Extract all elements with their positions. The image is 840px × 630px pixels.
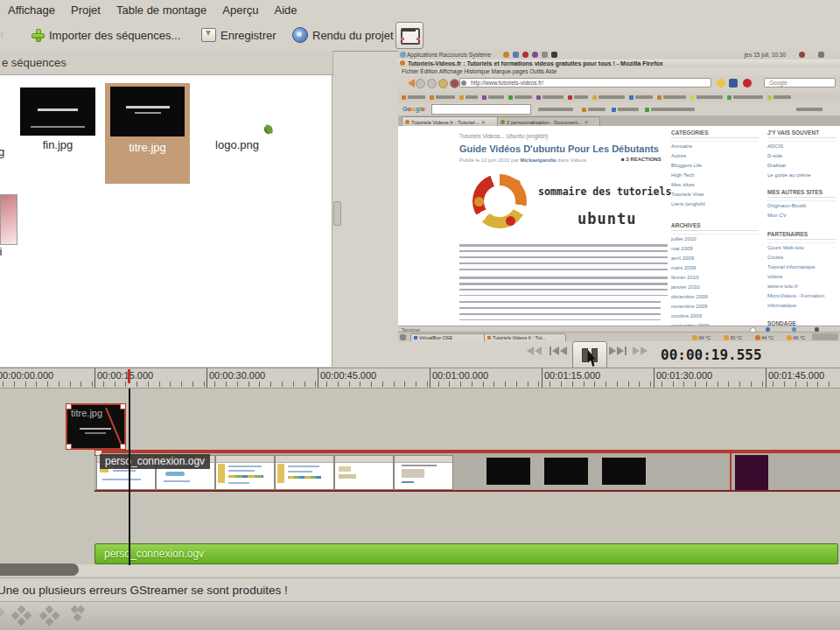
clip-handle-tr[interactable] [120,403,126,410]
screen-icon [401,28,420,45]
status-bar: Une ou plusieurs erreurs GStreamer se so… [0,578,840,602]
ubuntu-logo [472,174,527,228]
video-thumb-black-2 [544,458,588,485]
import-clips-label: Importer des séquences... [49,29,180,42]
banner-line-1: sommaire des tutoriels [538,186,671,198]
favicon [461,80,466,86]
menu-affichage[interactable]: Affichage [0,2,63,18]
browser-tab-2: 2 personnalisation - Document...✕ [497,116,600,126]
split-clip-button[interactable] [12,606,32,626]
video-thumb-black-1 [486,458,530,485]
firefox-navbar: http://www.tutoriels-videos.fr/ Google [398,75,840,93]
rewind-button[interactable] [527,346,542,355]
clip-item-titre-selected[interactable]: titre.jpg [105,83,190,184]
menu-aide[interactable]: Aide [267,2,305,18]
article-title: Guide Vidéos D'ubuntu Pour Les Débutants [459,144,659,154]
import-clips-button[interactable]: Importer des séquences... [26,23,186,47]
paragraph-placeholder [459,244,668,270]
timecode-display: 00:00:19.555 [661,346,762,363]
menu-table-de-montage[interactable]: Table de montage [108,2,214,18]
render-project-button[interactable]: Rendu du projet [287,23,399,47]
previous-button[interactable] [550,346,567,355]
firefox-titlebar: Tutoriels-Videos.fr : Tutoriels et forma… [398,60,840,67]
timeline-hscrollbar-thumb[interactable] [0,564,79,576]
gstreamer-error-message: Une ou plusieurs erreurs GStreamer se so… [0,584,288,597]
article-meta: Publié le 12 juin 2010 par Mickaelgandia… [459,158,586,163]
recorded-taskbar: VirtualBox OSE Tutoriels Videos fr : Tut… [398,332,840,341]
pink-thumbnail [0,194,18,245]
video-clip-label: perso_connexion.ogv [100,454,210,469]
preview-toggle-button[interactable] [396,22,424,49]
clip-handle-tl[interactable] [66,403,72,410]
banner-line-2: ubuntu [578,210,636,228]
sidebar-favorites: J'Y VAIS SOUVENT ADCIS D-side Draftsat L… [767,130,836,180]
toolbar-overflow-chevron: ‹ [0,28,9,42]
clip-library-title: e séquences [2,56,66,69]
menu-bar: Affichage Projet Table de montage Aperçu… [0,0,840,19]
page-breadcrumb: Tutoriels Videos... Ubuntu (english) [459,133,548,139]
video-thumb-black-3 [602,458,646,485]
fin-thumbnail [20,88,95,136]
add-icon [32,29,45,42]
fin-label: fin.jpg [20,138,95,151]
preview-video: Applications Raccourcis Système jeu 15 j… [398,50,840,341]
search-field: Google [764,78,836,88]
timeline-clip-audio[interactable]: perso_connexion.ogv [94,543,838,564]
playhead-line [129,388,130,565]
render-label: Rendu du projet [312,29,394,42]
pane-splitter[interactable] [333,201,341,226]
back-icon [403,79,415,88]
titre-thumbnail [110,87,185,136]
playhead-marker[interactable] [128,369,130,383]
group-clip-button[interactable] [68,606,84,626]
clip-partial-label[interactable]: g [0,145,4,158]
sidebar-partners: PARTENAIRES Cours Web-tuto Croisis Tutor… [767,231,836,311]
timeline-ruler[interactable]: 00:00:00.000 00:00:15.000 00:00:30.000 0… [0,368,840,388]
audio-clip-label: perso_connexion.ogv [104,548,204,560]
taskbar-window-1: VirtualBox OSE [410,333,486,341]
sidebar-categories: CATEGORIES Annuaire Autres Bloggers Life… [671,130,759,209]
timeline-hscrollbar[interactable] [0,564,840,577]
sidebar-archives: ARCHIVES juillet 2010 mai 2009 avril 200… [671,222,759,326]
menu-projet[interactable]: Projet [63,2,108,18]
clip-library-header: e séquences [0,51,333,75]
firefox-tabbar: Tutoriels Videos fr : Tutoriel...✕ 2 per… [398,116,840,126]
clip-handle-bl[interactable] [66,444,72,450]
reactions-badge: ■ 3 REACTIONS [621,157,662,162]
logo-label: logo.png [210,138,264,151]
save-label: Enregistrer [220,29,276,42]
webpage-content: Tutoriels Videos... Ubuntu (english) Gui… [398,126,840,326]
timeline-clip-video[interactable]: perso_connexion.ogv [94,450,840,492]
render-gear-icon [292,27,308,43]
browser-tab-1: Tutoriels Videos fr : Tutoriel...✕ [402,116,500,126]
fade-keyframe-line [67,405,124,448]
google-toolbar: Google [398,102,840,116]
logo-sprout-icon [264,124,273,133]
menu-apercu[interactable]: Aperçu [214,2,266,18]
pink-label: ti [0,245,3,258]
save-button[interactable]: Enregistrer [196,23,282,47]
video-thumb-purple [735,455,768,490]
firefox-menubar: Fichier Édition Affichage Historique Mar… [398,67,840,75]
url-field: http://www.tutoriels-videos.fr/ [459,78,711,88]
clip-library-list: g fin.jpg titre.jpg logo.png ti [0,75,332,367]
transport-controls: 00:00:19.555 [341,341,840,368]
timeline-area: titre.jpg [0,388,840,578]
sidebar-my-sites: MES AUTRES SITES Originaux-Boutik Mon CV [767,189,836,220]
timeline-toolbar [0,601,840,630]
fast-forward-button[interactable] [633,346,648,355]
taskbar-window-2: Tutoriels Videos fr : Tut... [484,333,566,341]
pitivi-window: Affichage Projet Table de montage Aperçu… [0,0,840,630]
timeline-clip-titre[interactable]: titre.jpg [66,403,126,450]
titre-label: titre.jpg [105,141,190,154]
next-button[interactable] [609,346,626,355]
clip-handle-br[interactable] [120,444,126,450]
unlink-clip-button[interactable] [40,606,60,626]
save-icon [201,28,216,42]
desktop-clock: jeu 15 juil, 10:30 [745,52,786,58]
